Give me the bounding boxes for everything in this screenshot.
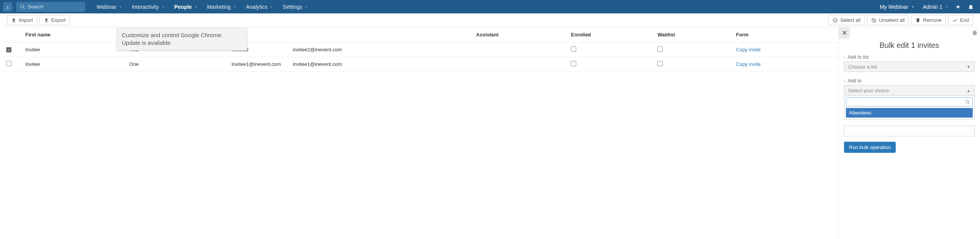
cell-email: invitee1@inevent.com [290, 57, 473, 72]
nav-webinar[interactable]: Webinar [92, 0, 127, 13]
select-placeholder: Choose a list [848, 64, 877, 70]
invites-table-wrap: Customize and control Google Chrome. Upd… [0, 27, 980, 72]
select-all-button[interactable]: Select all [828, 15, 865, 25]
row-checkbox[interactable]: ✓ [6, 47, 11, 52]
ban-icon [871, 18, 877, 23]
nav-marketing[interactable]: Marketing [203, 0, 241, 13]
col-assistant[interactable]: Assistant [473, 27, 568, 43]
bell-icon[interactable] [965, 4, 977, 10]
search-icon [20, 4, 25, 10]
add-to-list-label: Add to list [844, 54, 975, 60]
col-waitlist[interactable]: Waitlist [654, 27, 733, 43]
chevron-down-icon [161, 5, 165, 9]
chevron-down-icon [119, 5, 123, 9]
chevron-down-icon [945, 5, 949, 9]
nav-interactivity[interactable]: Interactivity [127, 0, 170, 13]
unselect-all-button[interactable]: Unselect all [867, 15, 909, 25]
action-toolbar: Import Export Select all Unselect all Re… [3, 13, 977, 27]
remove-button[interactable]: Remove [911, 15, 946, 25]
col-enrolled[interactable]: Enrolled [568, 27, 654, 43]
nav-label: Analytics [246, 4, 267, 10]
webinar-switcher[interactable]: My Webinar [876, 0, 919, 13]
enrolled-checkbox[interactable] [571, 46, 576, 52]
button-label: End [960, 17, 969, 23]
add-to-list-select[interactable]: Choose a list ▼ [844, 61, 975, 72]
check-icon [952, 18, 958, 23]
nav-label: People [174, 4, 192, 10]
upload-icon [11, 18, 16, 23]
global-search[interactable] [16, 2, 85, 12]
chevron-down-icon [911, 5, 915, 9]
cell-last-name: One [126, 57, 228, 72]
col-form[interactable]: Form [733, 27, 835, 43]
table-row[interactable]: Invitee One Invitee1@inevent.com invitee… [3, 57, 977, 72]
col-first-name[interactable]: First name [22, 27, 126, 43]
bulk-edit-panel: ✕ Bulk edit 1 invites Add to list Choose… [838, 27, 980, 72]
export-button[interactable]: Export [39, 15, 70, 25]
nav-label: Interactivity [132, 4, 159, 10]
col-checkbox [3, 27, 22, 43]
download-icon [44, 18, 49, 23]
button-label: Unselect all [879, 17, 905, 23]
admin-menu[interactable]: Admin 1 [919, 0, 952, 13]
svg-point-0 [833, 18, 837, 22]
chevron-down-icon [270, 5, 274, 9]
top-navbar: Webinar Interactivity People Marketing A… [0, 0, 980, 13]
row-checkbox[interactable] [6, 61, 11, 66]
close-panel-button[interactable]: ✕ [839, 27, 850, 39]
panel-form: Add to list Choose a list ▼ Add to Selec… [839, 54, 980, 72]
chevron-down-icon [233, 5, 237, 9]
waitlist-checkbox[interactable] [657, 46, 663, 52]
cell-username: Invitee1@inevent.com [228, 57, 290, 72]
cell-first-name: Invitee [22, 43, 126, 57]
button-label: Import [19, 17, 33, 23]
nav-items: Webinar Interactivity People Marketing A… [92, 0, 313, 13]
panel-head: ✕ [839, 27, 980, 39]
nav-analytics[interactable]: Analytics [241, 0, 278, 13]
import-button[interactable]: Import [7, 15, 37, 25]
chrome-tooltip: Customize and control Google Chrome. Upd… [117, 28, 247, 51]
copy-invite-link[interactable]: Copy invite [736, 61, 760, 67]
button-label: Remove [923, 17, 941, 23]
waitlist-checkbox[interactable] [657, 61, 663, 66]
nav-label: Settings [283, 4, 302, 10]
announce-icon[interactable] [952, 4, 965, 10]
nav-label: Marketing [207, 4, 231, 10]
end-button[interactable]: End [948, 15, 973, 25]
nav-label: Webinar [97, 4, 116, 10]
panel-title: Bulk edit 1 invites [839, 41, 980, 50]
enrolled-checkbox[interactable] [571, 61, 576, 66]
gear-icon [971, 30, 977, 36]
check-circle-icon [833, 18, 838, 23]
chevron-down-icon [194, 5, 198, 9]
nav-settings[interactable]: Settings [278, 0, 313, 13]
nav-people[interactable]: People [170, 0, 203, 13]
admin-name: Admin 1 [923, 4, 942, 10]
webinar-name: My Webinar [880, 4, 908, 10]
cell-assistant [473, 57, 568, 72]
cell-assistant [473, 43, 568, 57]
brand-logo[interactable] [3, 2, 12, 11]
button-label: Select all [840, 17, 860, 23]
triangle-down-icon: ▼ [967, 65, 970, 69]
panel-settings-button[interactable] [969, 27, 980, 39]
col-email[interactable]: Emailne [290, 27, 473, 43]
chevron-down-icon [305, 5, 308, 9]
cell-email: invitee2@inevent.com [290, 43, 473, 57]
cell-first-name: Invitee [22, 57, 126, 72]
copy-invite-link[interactable]: Copy invite [736, 47, 760, 52]
close-icon: ✕ [842, 29, 847, 37]
search-input[interactable] [28, 4, 81, 10]
button-label: Export [51, 17, 66, 23]
trash-icon [915, 18, 921, 23]
